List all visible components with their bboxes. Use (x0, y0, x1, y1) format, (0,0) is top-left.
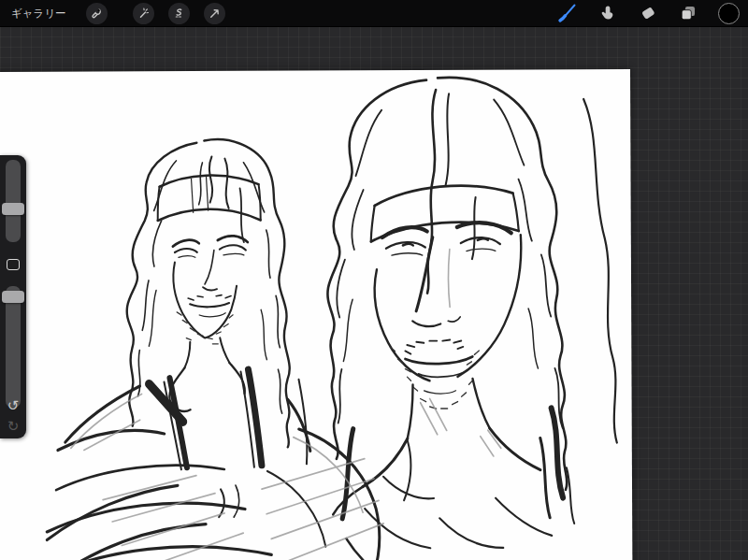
color-circle-icon (718, 3, 740, 24)
top-toolbar: ギャラリー (0, 0, 748, 27)
gallery-button[interactable]: ギャラリー (11, 0, 66, 26)
smudge-tool-button[interactable] (596, 1, 620, 25)
magic-wand-icon (137, 7, 151, 21)
drawing-canvas[interactable] (0, 69, 633, 560)
smudge-finger-icon (597, 3, 618, 23)
brush-opacity-slider[interactable] (6, 286, 21, 408)
brush-sidebar: ↺ ↻ (0, 155, 26, 438)
erase-tool-button[interactable] (636, 1, 660, 25)
modify-button[interactable] (7, 258, 20, 270)
brush-opacity-slider-handle[interactable] (2, 291, 24, 303)
square-icon (7, 259, 20, 270)
adjustments-button[interactable] (133, 3, 154, 24)
procreate-app: ギャラリー (0, 0, 748, 560)
brush-size-slider-handle[interactable] (2, 203, 24, 215)
paintbrush-icon (556, 2, 579, 24)
workspace: ↺ ↻ (0, 26, 748, 560)
brush-size-slider[interactable] (6, 160, 21, 242)
actions-button[interactable] (86, 3, 108, 24)
undo-button[interactable]: ↺ (0, 396, 26, 415)
color-swatch-button[interactable] (716, 1, 741, 25)
sketch-artwork (0, 69, 633, 560)
selection-button[interactable] (168, 3, 190, 24)
toolbar-left-group: ギャラリー (0, 0, 225, 26)
toolbar-right-group (555, 1, 748, 25)
eraser-icon (638, 3, 658, 23)
layers-icon (678, 3, 698, 23)
paint-tool-button[interactable] (555, 1, 580, 25)
wrench-icon (90, 7, 104, 21)
redo-button[interactable]: ↻ (0, 417, 26, 436)
layers-button[interactable] (676, 1, 700, 25)
move-arrow-icon (208, 7, 222, 21)
transform-button[interactable] (204, 3, 225, 24)
selection-s-icon (172, 7, 186, 21)
